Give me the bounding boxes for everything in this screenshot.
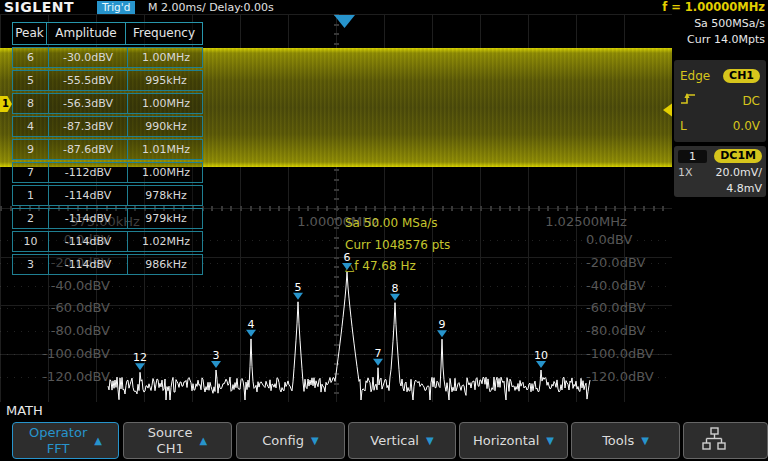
arrow-down-icon: ▼ <box>311 435 319 446</box>
peak-table-cell: -114dBV <box>48 186 127 205</box>
channel-panel[interactable]: 1 DC1M 1X 20.0mV/ 4.8mV <box>674 146 766 197</box>
fft-dbv-label: -80.0dBV <box>28 323 110 338</box>
peak-table-cell: 995kHz <box>127 71 204 90</box>
peak-table-cell: -112dBV <box>48 163 127 182</box>
arrow-up-icon: ▲ <box>199 435 207 446</box>
fft-delta-f: △f 47.68 Hz <box>345 259 416 273</box>
peak-table-cell: 5 <box>13 71 48 90</box>
fft-points: Curr 1048576 pts <box>345 238 450 252</box>
fft-info-block: Sa 50.00 MSa/s Curr 1048576 pts △f 47.68… <box>345 213 450 278</box>
arrow-down-icon: ▼ <box>546 435 554 446</box>
menu-button-label: Operator <box>29 425 87 441</box>
peak-table-cell: 986kHz <box>127 255 204 274</box>
rising-edge-icon <box>680 91 697 110</box>
peak-table-cell: 978kHz <box>127 186 204 205</box>
menu-button-label: Vertical <box>370 433 419 449</box>
peak-table-row: 7-112dBV1.00MHz <box>12 162 203 183</box>
trigger-source-chip: CH1 <box>723 69 760 83</box>
peak-header: Peak <box>12 22 47 45</box>
peak-table-cell: 1.02MHz <box>127 232 204 251</box>
fft-dbv-label: -60.0dBV <box>28 300 110 315</box>
peak-table-cell: -56.3dBV <box>48 94 127 113</box>
fft-dbv-label: -120.0dBV <box>586 369 668 384</box>
fft-dbv-label: -80.0dBV <box>586 323 668 338</box>
acquisition-readout: Sa 500MSa/s Curr 14.0Mpts <box>687 16 765 47</box>
menu-button-operator[interactable]: OperatorFFT▲ <box>12 422 119 459</box>
top-status-bar: SIGLENT Trig'd M 2.00ms/ Delay:0.00s f =… <box>0 0 768 15</box>
arrow-down-icon: ▼ <box>426 435 434 446</box>
amplitude-header: Amplitude <box>46 22 126 45</box>
channel-offset: 4.8mV <box>726 182 762 195</box>
peak-table-cell: -30.0dBV <box>48 48 127 67</box>
peak-table-cell: -114dBV <box>48 209 127 228</box>
fft-dbv-label: 0.0dBV <box>586 232 668 247</box>
peak-table-row: 10-114dBV1.02MHz <box>12 231 203 252</box>
menu-button-label: Tools <box>602 433 634 449</box>
fft-sample-rate: Sa 50.00 MSa/s <box>345 216 438 230</box>
peak-table-cell: -87.6dBV <box>48 140 127 159</box>
menu-button-label: Horizontal <box>473 433 539 449</box>
peak-table-cell: 2 <box>13 209 48 228</box>
bottom-menu-bar: OperatorFFT▲SourceCH1▲Config▼Vertical▼Ho… <box>0 420 768 461</box>
trigger-level-value: 0.0V <box>733 119 760 133</box>
fft-dbv-label: -100.0dBV <box>586 346 668 361</box>
memory-depth: Curr 14.0Mpts <box>687 32 765 48</box>
peak-table-cell: 4 <box>13 117 48 136</box>
frequency-counter-readout: f = 1.00000MHz <box>662 0 765 14</box>
frequency-header: Frequency <box>125 22 203 45</box>
peak-table-header: Peak Amplitude Frequency <box>12 22 203 45</box>
peak-table-cell: -114dBV <box>48 232 127 251</box>
peak-table-cell: 7 <box>13 163 48 182</box>
right-sidebar: Sa 500MSa/s Curr 14.0Mpts Edge CH1 DC L … <box>672 14 768 461</box>
timebase-readout: M 2.00ms/ Delay:0.00s <box>148 1 274 14</box>
peak-table-row: 6-30.0dBV1.00MHz <box>12 47 203 68</box>
siglent-logo: SIGLENT <box>4 0 74 15</box>
fft-frequency-label: 1.02500MHz <box>545 214 627 229</box>
peak-table-cell: 6 <box>13 48 48 67</box>
channel-coupling-chip: DC1M <box>714 149 762 163</box>
trigger-coupling: DC <box>742 94 760 108</box>
lan-settings-button[interactable] <box>683 422 768 459</box>
fft-dbv-label: -100.0dBV <box>28 346 110 361</box>
peak-table-row: 1-114dBV978kHz <box>12 185 203 206</box>
menu-button-tools[interactable]: Tools▼ <box>571 422 680 459</box>
peak-table-cell: 1.00MHz <box>127 94 204 113</box>
fft-dbv-label: -120.0dBV <box>28 369 110 384</box>
menu-button-value: FFT <box>47 441 70 457</box>
fft-dbv-label: -40.0dBV <box>28 278 110 293</box>
peak-table-cell: 990kHz <box>127 117 204 136</box>
menu-button-horizontal[interactable]: Horizontal▼ <box>459 422 568 459</box>
menu-button-source[interactable]: SourceCH1▲ <box>123 422 232 459</box>
peak-table-cell: 1.01MHz <box>127 140 204 159</box>
peak-table: Peak Amplitude Frequency 6-30.0dBV1.00MH… <box>12 22 203 275</box>
peak-table-row: 5-55.5dBV995kHz <box>12 70 203 91</box>
peak-table-cell: -55.5dBV <box>48 71 127 90</box>
peak-table-cell: 1 <box>13 186 48 205</box>
peak-table-cell: 10 <box>13 232 48 251</box>
peak-table-row: 2-114dBV979kHz <box>12 208 203 229</box>
peak-table-cell: 9 <box>13 140 48 159</box>
menu-button-label: Source <box>148 425 193 441</box>
peak-table-cell: 1.00MHz <box>127 48 204 67</box>
oscilloscope-screen: SIGLENT Trig'd M 2.00ms/ Delay:0.00s f =… <box>0 0 768 461</box>
menu-button-vertical[interactable]: Vertical▼ <box>348 422 456 459</box>
fft-dbv-label: -60.0dBV <box>586 300 668 315</box>
lan-icon <box>700 427 728 454</box>
trigger-panel[interactable]: Edge CH1 DC L 0.0V <box>674 60 766 142</box>
peak-table-row: 3-114dBV986kHz <box>12 254 203 275</box>
sample-rate: Sa 500MSa/s <box>687 16 765 32</box>
peak-table-row: 4-87.3dBV990kHz <box>12 116 203 137</box>
menu-button-value: CH1 <box>157 441 184 457</box>
fft-dbv-label: -40.0dBV <box>586 278 668 293</box>
peak-table-row: 9-87.6dBV1.01MHz <box>12 139 203 160</box>
arrow-up-icon: ▲ <box>94 435 102 446</box>
peak-table-cell: 979kHz <box>127 209 204 228</box>
arrow-down-icon: ▼ <box>641 435 649 446</box>
volts-per-div: 20.0mV/ <box>716 166 762 179</box>
peak-table-cell: 1.00MHz <box>127 163 204 182</box>
peak-table-cell: 3 <box>13 255 48 274</box>
menu-button-config[interactable]: Config▼ <box>236 422 345 459</box>
probe-attenuation: 1X <box>678 166 693 179</box>
trigger-level-label: L <box>680 119 687 133</box>
trigger-status-badge: Trig'd <box>97 1 135 14</box>
